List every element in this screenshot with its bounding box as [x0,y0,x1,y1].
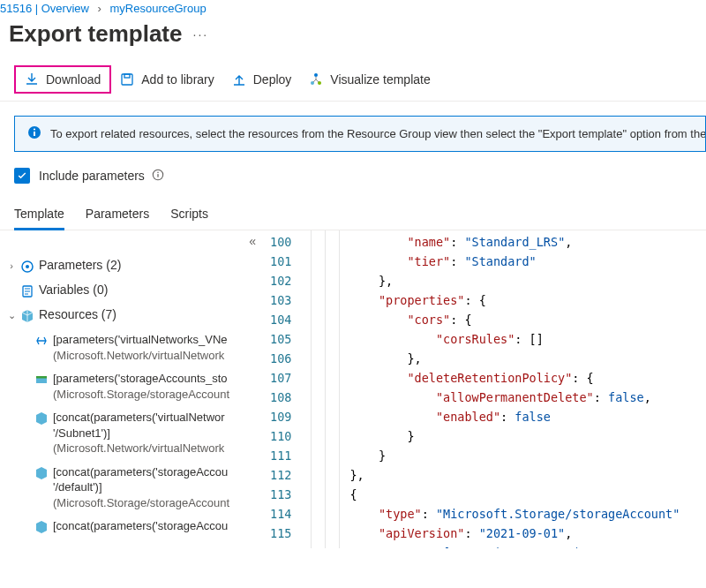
include-parameters-checkbox[interactable] [14,168,30,184]
chevron-right-icon: › [4,257,19,271]
page-title: Export template [9,20,183,48]
tab-parameters[interactable]: Parameters [86,200,149,230]
svg-rect-0 [122,74,132,85]
storage-icon [34,372,49,388]
add-to-library-button[interactable]: Add to library [111,65,222,94]
toolbar: Download Add to library Deploy Visualize… [0,60,706,102]
svg-rect-9 [157,174,158,177]
svg-point-2 [314,73,318,77]
tree-pane: « › Parameters (2) Variables (0) ⌄ [0,230,265,548]
deploy-button[interactable]: Deploy [223,65,301,94]
info-banner: To export related resources, select the … [14,116,706,152]
include-parameters-label: Include parameters [39,169,145,183]
resources-icon [19,308,35,324]
download-icon [25,72,39,87]
svg-point-10 [157,171,159,173]
tab-template[interactable]: Template [14,200,64,230]
cube-icon [34,519,49,535]
tree-resources[interactable]: ⌄ Resources (7) [0,303,265,328]
collapse-pane-button[interactable]: « [249,234,256,248]
tree-resource-item[interactable]: [parameters('virtualNetworks_VNe (Micros… [0,328,265,366]
cube-icon [34,411,49,426]
line-number-gutter: 100101102 103104105 106107108 109110111 … [265,230,300,548]
breadcrumb: 51516 | Overview › myResourceGroup [0,0,706,15]
tree-variables[interactable]: Variables (0) [0,278,265,303]
tree-resource-item[interactable]: [concat(parameters('storageAccou [0,514,265,539]
save-icon [120,72,134,87]
chevron-down-icon: ⌄ [4,306,19,321]
parameters-icon [19,259,35,275]
info-banner-text: To export related resources, select the … [50,127,706,140]
tree-parameters[interactable]: › Parameters (2) [0,253,265,278]
breadcrumb-resource-group[interactable]: myResourceGroup [110,2,207,15]
svg-point-12 [26,265,29,268]
tabs: Template Parameters Scripts [14,200,706,230]
breadcrumb-overview[interactable]: 51516 | Overview [0,2,89,15]
variables-icon [19,283,35,299]
vnet-icon [34,333,49,349]
visualize-icon [309,72,323,87]
svg-point-7 [34,128,35,130]
svg-rect-6 [34,132,35,136]
svg-rect-1 [124,74,130,78]
deploy-icon [232,72,246,87]
chevron-right-icon: › [93,2,107,15]
fold-guides [300,230,349,548]
cube-icon [34,465,49,481]
tab-scripts[interactable]: Scripts [170,200,208,230]
tree-resource-item[interactable]: [concat(parameters('storageAccou '/defau… [0,460,265,515]
tree-resource-item[interactable]: [concat(parameters('virtualNetwor '/Subn… [0,405,265,460]
download-button[interactable]: Download [14,65,111,94]
visualize-template-button[interactable]: Visualize template [300,65,439,94]
code-content: "name": "Standard_LRS", "tier": "Standar… [349,230,680,548]
info-tooltip-icon[interactable] [152,169,164,184]
code-editor[interactable]: 100101102 103104105 106107108 109110111 … [265,230,706,548]
info-icon [27,125,41,142]
tree-resource-item[interactable]: [parameters('storageAccounts_sto (Micros… [0,366,265,405]
svg-rect-15 [36,376,47,379]
more-actions-button[interactable]: ··· [193,27,209,41]
